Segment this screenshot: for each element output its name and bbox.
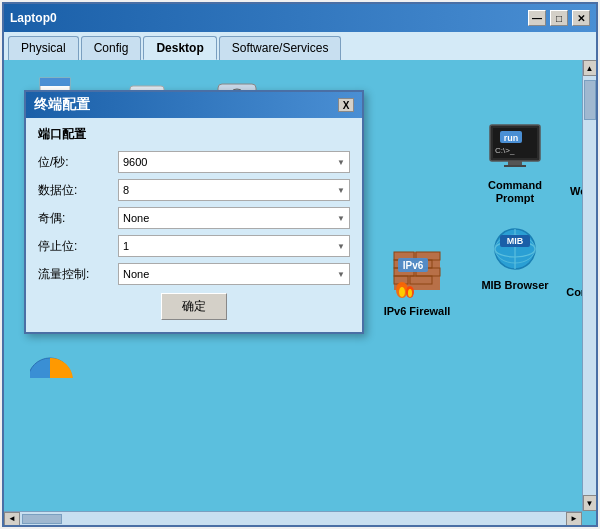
stop-bits-row: 停止位: 1 ▼ — [38, 235, 350, 257]
minimize-button[interactable]: — — [528, 10, 546, 26]
flow-control-value: None — [123, 268, 149, 280]
modal-overlay: 终端配置 X 端口配置 位/秒: 9600 ▼ 数据位 — [4, 60, 596, 525]
parity-row: 奇偶: None ▼ — [38, 207, 350, 229]
flow-control-arrow: ▼ — [337, 270, 345, 279]
modal-close-button[interactable]: X — [338, 98, 354, 112]
baud-rate-row: 位/秒: 9600 ▼ — [38, 151, 350, 173]
stop-bits-label: 停止位: — [38, 238, 118, 255]
data-bits-value: 8 — [123, 184, 129, 196]
modal-body: 端口配置 位/秒: 9600 ▼ 数据位: 8 — [26, 118, 362, 332]
flow-control-row: 流量控制: None ▼ — [38, 263, 350, 285]
main-window: Laptop0 — □ ✕ Physical Config Desktop So… — [2, 2, 598, 527]
data-bits-select[interactable]: 8 ▼ — [118, 179, 350, 201]
baud-rate-arrow: ▼ — [337, 158, 345, 167]
tab-software[interactable]: Software/Services — [219, 36, 342, 60]
flow-control-label: 流量控制: — [38, 266, 118, 283]
modal-subtitle: 端口配置 — [38, 126, 350, 143]
terminal-config-modal: 终端配置 X 端口配置 位/秒: 9600 ▼ 数据位 — [24, 90, 364, 334]
tab-strip: Physical Config Desktop Software/Service… — [4, 32, 596, 60]
baud-rate-label: 位/秒: — [38, 154, 118, 171]
close-button[interactable]: ✕ — [572, 10, 590, 26]
tab-config[interactable]: Config — [81, 36, 142, 60]
confirm-button-row: 确定 — [38, 293, 350, 320]
maximize-button[interactable]: □ — [550, 10, 568, 26]
data-bits-arrow: ▼ — [337, 186, 345, 195]
parity-label: 奇偶: — [38, 210, 118, 227]
stop-bits-value: 1 — [123, 240, 129, 252]
flow-control-select[interactable]: None ▼ — [118, 263, 350, 285]
tab-desktop[interactable]: Desktop — [143, 36, 216, 60]
window-title: Laptop0 — [10, 11, 57, 25]
stop-bits-arrow: ▼ — [337, 242, 345, 251]
baud-rate-value: 9600 — [123, 156, 147, 168]
modal-title-bar: 终端配置 X — [26, 92, 362, 118]
baud-rate-select[interactable]: 9600 ▼ — [118, 151, 350, 173]
title-bar: Laptop0 — □ ✕ — [4, 4, 596, 32]
tab-physical[interactable]: Physical — [8, 36, 79, 60]
parity-value: None — [123, 212, 149, 224]
window-controls: — □ ✕ — [528, 10, 590, 26]
modal-title-text: 终端配置 — [34, 96, 90, 114]
parity-arrow: ▼ — [337, 214, 345, 223]
parity-select[interactable]: None ▼ — [118, 207, 350, 229]
data-bits-label: 数据位: — [38, 182, 118, 199]
confirm-button[interactable]: 确定 — [161, 293, 227, 320]
data-bits-row: 数据位: 8 ▼ — [38, 179, 350, 201]
stop-bits-select[interactable]: 1 ▼ — [118, 235, 350, 257]
desktop-area: ~ — [4, 60, 596, 525]
